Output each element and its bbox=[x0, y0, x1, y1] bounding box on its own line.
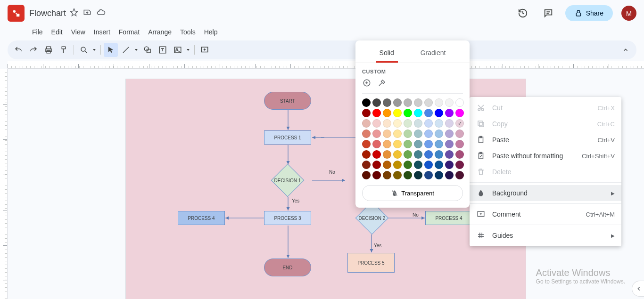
swatch[interactable] bbox=[435, 140, 443, 148]
swatch[interactable] bbox=[455, 140, 464, 148]
swatch[interactable] bbox=[383, 171, 391, 179]
zoom-dropdown[interactable] bbox=[91, 43, 98, 57]
transparent-button[interactable]: Transparent bbox=[362, 185, 463, 201]
user-avatar[interactable]: M bbox=[621, 6, 636, 21]
menu-insert[interactable]: Insert bbox=[90, 26, 114, 38]
ruler-horizontal[interactable] bbox=[8, 61, 644, 69]
swatch[interactable] bbox=[362, 161, 371, 169]
star-icon[interactable] bbox=[70, 8, 78, 18]
swatch[interactable] bbox=[445, 140, 454, 148]
swatch[interactable] bbox=[393, 98, 402, 107]
document-title[interactable]: Flowchart bbox=[29, 8, 66, 18]
zoom-button[interactable] bbox=[77, 43, 91, 57]
swatch[interactable] bbox=[362, 171, 371, 179]
swatch[interactable] bbox=[383, 150, 391, 159]
collapse-toolbar[interactable] bbox=[619, 43, 633, 57]
shape-process4-left[interactable]: PROCESS 4 bbox=[178, 211, 225, 225]
swatch[interactable] bbox=[404, 129, 412, 138]
line-tool-dropdown[interactable] bbox=[133, 43, 140, 57]
swatch[interactable] bbox=[455, 98, 464, 107]
swatch[interactable] bbox=[383, 119, 391, 128]
menu-help[interactable]: Help bbox=[200, 26, 222, 38]
swatch[interactable] bbox=[362, 119, 371, 128]
swatch[interactable] bbox=[455, 119, 464, 128]
swatch[interactable] bbox=[372, 98, 381, 107]
paint-format-button[interactable] bbox=[57, 43, 71, 57]
swatch[interactable] bbox=[445, 161, 454, 169]
swatch[interactable] bbox=[414, 171, 422, 179]
comments-icon[interactable] bbox=[540, 5, 557, 22]
swatch[interactable] bbox=[414, 150, 422, 159]
swatch[interactable] bbox=[383, 161, 391, 169]
swatch[interactable] bbox=[362, 129, 371, 138]
ctx-guides[interactable]: Guides▶ bbox=[470, 227, 621, 243]
shape-tool[interactable] bbox=[140, 43, 155, 57]
swatch[interactable] bbox=[455, 161, 464, 169]
swatch[interactable] bbox=[383, 129, 391, 138]
undo-button[interactable] bbox=[11, 43, 25, 57]
swatch[interactable] bbox=[404, 98, 412, 107]
history-icon[interactable] bbox=[514, 5, 531, 22]
swatch[interactable] bbox=[362, 150, 371, 159]
swatch[interactable] bbox=[372, 119, 381, 128]
swatch[interactable] bbox=[424, 129, 433, 138]
swatch[interactable] bbox=[445, 98, 454, 107]
swatch[interactable] bbox=[372, 129, 381, 138]
swatch[interactable] bbox=[372, 109, 381, 117]
swatch[interactable] bbox=[414, 129, 422, 138]
ctx-comment[interactable]: CommentCtrl+Alt+M bbox=[470, 206, 621, 222]
swatch[interactable] bbox=[393, 129, 402, 138]
swatch[interactable] bbox=[414, 119, 422, 128]
move-icon[interactable] bbox=[83, 8, 91, 18]
swatch[interactable] bbox=[404, 109, 412, 117]
menu-arrange[interactable]: Arrange bbox=[144, 26, 175, 38]
print-button[interactable] bbox=[41, 43, 56, 57]
swatch[interactable] bbox=[362, 98, 371, 107]
swatch[interactable] bbox=[455, 129, 464, 138]
insert-comment-button[interactable] bbox=[198, 43, 212, 57]
swatch[interactable] bbox=[445, 129, 454, 138]
swatch[interactable] bbox=[424, 171, 433, 179]
swatch[interactable] bbox=[372, 140, 381, 148]
menu-tools[interactable]: Tools bbox=[176, 26, 199, 38]
swatch[interactable] bbox=[435, 109, 443, 117]
swatch[interactable] bbox=[393, 140, 402, 148]
menu-file[interactable]: File bbox=[28, 26, 47, 38]
image-tool[interactable] bbox=[171, 43, 185, 57]
tab-gradient[interactable]: Gradient bbox=[417, 46, 450, 63]
menu-view[interactable]: View bbox=[67, 26, 89, 38]
swatch[interactable] bbox=[393, 150, 402, 159]
share-button[interactable]: Share bbox=[565, 5, 613, 21]
ctx-paste[interactable]: PasteCtrl+V bbox=[470, 132, 621, 148]
menu-edit[interactable]: Edit bbox=[48, 26, 66, 38]
shape-process4-right[interactable]: PROCESS 4 bbox=[425, 211, 472, 225]
swatch[interactable] bbox=[404, 161, 412, 169]
swatch[interactable] bbox=[455, 109, 464, 117]
swatch[interactable] bbox=[362, 109, 371, 117]
shape-process5[interactable]: PROCESS 5 bbox=[347, 253, 395, 273]
swatch[interactable] bbox=[455, 171, 464, 179]
side-panel-toggle[interactable] bbox=[632, 281, 644, 297]
swatch[interactable] bbox=[372, 150, 381, 159]
shape-process1[interactable]: PROCESS 1 bbox=[264, 130, 311, 145]
swatch[interactable] bbox=[404, 150, 412, 159]
swatch[interactable] bbox=[424, 119, 433, 128]
tab-solid[interactable]: Solid bbox=[376, 46, 398, 63]
cloud-icon[interactable] bbox=[96, 8, 106, 19]
swatch[interactable] bbox=[435, 171, 443, 179]
swatch[interactable] bbox=[445, 171, 454, 179]
swatch[interactable] bbox=[435, 129, 443, 138]
swatch[interactable] bbox=[435, 119, 443, 128]
swatch[interactable] bbox=[383, 140, 391, 148]
swatch[interactable] bbox=[393, 161, 402, 169]
swatch[interactable] bbox=[414, 109, 422, 117]
swatch[interactable] bbox=[424, 161, 433, 169]
select-tool[interactable] bbox=[104, 43, 118, 57]
swatch[interactable] bbox=[393, 109, 402, 117]
swatch[interactable] bbox=[435, 98, 443, 107]
swatch[interactable] bbox=[424, 109, 433, 117]
swatch[interactable] bbox=[424, 150, 433, 159]
swatch[interactable] bbox=[424, 98, 433, 107]
swatch[interactable] bbox=[372, 161, 381, 169]
ctx-background[interactable]: Background▶ bbox=[470, 185, 621, 201]
